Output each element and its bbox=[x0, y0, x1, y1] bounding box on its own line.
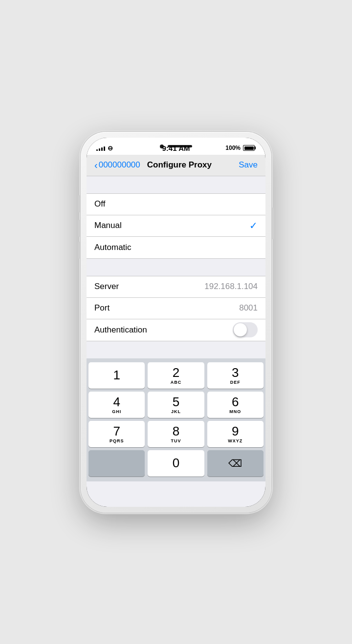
proxy-off-label: Off bbox=[94, 199, 258, 209]
back-chevron-icon: ‹ bbox=[94, 160, 98, 170]
status-left: ⊖ bbox=[96, 145, 113, 152]
key-3-letters: DEF bbox=[230, 380, 241, 385]
key-6-letters: MNO bbox=[229, 409, 241, 414]
key-5-letters: JKL bbox=[171, 409, 181, 414]
battery-percent: 100% bbox=[225, 145, 241, 151]
key-0-number: 0 bbox=[173, 456, 179, 470]
key-4[interactable]: 4 GHI bbox=[88, 392, 145, 418]
key-1[interactable]: 1 bbox=[88, 362, 145, 389]
key-9[interactable]: 9 WXYZ bbox=[207, 421, 264, 447]
proxy-off-row[interactable]: Off bbox=[87, 194, 265, 215]
top-spacer bbox=[87, 176, 265, 193]
key-0[interactable]: 0 bbox=[148, 450, 204, 477]
toggle-knob bbox=[234, 323, 247, 336]
authentication-label: Authentication bbox=[94, 325, 233, 335]
key-2[interactable]: 2 ABC bbox=[148, 362, 204, 389]
delete-icon: ⌫ bbox=[228, 457, 242, 469]
key-9-number: 9 bbox=[232, 424, 239, 438]
mid-spacer bbox=[87, 259, 265, 276]
key-4-letters: GHI bbox=[112, 409, 121, 414]
status-bar: ⊖ 9:41 AM 100% bbox=[87, 138, 265, 155]
keyboard-row-bottom: 0 ⌫ bbox=[88, 450, 264, 477]
keyboard-row-1: 1 2 ABC 3 DEF bbox=[88, 362, 264, 389]
battery-icon bbox=[243, 145, 256, 151]
key-5-number: 5 bbox=[173, 395, 179, 409]
key-1-number: 1 bbox=[113, 368, 120, 382]
numeric-keyboard: 1 2 ABC 3 DEF 4 GHI bbox=[87, 358, 265, 481]
key-6-number: 6 bbox=[232, 395, 239, 409]
key-9-letters: WXYZ bbox=[228, 438, 242, 443]
nav-back-label: 000000000 bbox=[99, 160, 140, 170]
proxy-automatic-row[interactable]: Automatic bbox=[87, 237, 265, 258]
key-2-number: 2 bbox=[173, 366, 179, 380]
nav-title: Configure Proxy bbox=[140, 160, 219, 170]
proxy-manual-check: ✓ bbox=[249, 220, 258, 231]
keyboard-row-2: 4 GHI 5 JKL 6 MNO bbox=[88, 392, 264, 418]
server-value[interactable]: 192.168.1.104 bbox=[204, 282, 258, 291]
key-delete[interactable]: ⌫ bbox=[207, 450, 264, 477]
proxy-manual-label: Manual bbox=[94, 221, 249, 230]
phone-frame: ⊖ 9:41 AM 100% ‹ 000000000 bbox=[81, 132, 271, 513]
bottom-spacer bbox=[87, 341, 265, 358]
signal-icon bbox=[96, 145, 105, 151]
key-4-number: 4 bbox=[113, 395, 120, 409]
status-time: 9:41 AM bbox=[162, 144, 190, 152]
port-row: Port 8001 bbox=[87, 298, 265, 319]
key-3-number: 3 bbox=[232, 366, 239, 380]
authentication-row: Authentication bbox=[87, 319, 265, 341]
key-2-letters: ABC bbox=[171, 380, 182, 385]
key-8[interactable]: 8 TUV bbox=[148, 421, 204, 447]
key-6[interactable]: 6 MNO bbox=[207, 392, 264, 418]
key-empty bbox=[88, 450, 145, 477]
status-right: 100% bbox=[225, 145, 256, 151]
nav-bar: ‹ 000000000 Configure Proxy Save bbox=[87, 155, 265, 176]
save-button[interactable]: Save bbox=[219, 160, 258, 170]
server-row: Server 192.168.1.104 bbox=[87, 276, 265, 298]
port-label: Port bbox=[94, 303, 239, 313]
keyboard-row-3: 7 PQRS 8 TUV 9 WXYZ bbox=[88, 421, 264, 447]
key-5[interactable]: 5 JKL bbox=[148, 392, 204, 418]
screen-content: Off Manual ✓ Automatic Server 192.168.1.… bbox=[87, 176, 265, 507]
port-value[interactable]: 8001 bbox=[239, 303, 258, 313]
key-8-number: 8 bbox=[173, 424, 179, 438]
proxy-manual-row[interactable]: Manual ✓ bbox=[87, 215, 265, 237]
key-3[interactable]: 3 DEF bbox=[207, 362, 264, 389]
nav-back-button[interactable]: ‹ 000000000 bbox=[94, 160, 140, 170]
key-7-letters: PQRS bbox=[110, 438, 124, 443]
phone-screen: ⊖ 9:41 AM 100% ‹ 000000000 bbox=[87, 138, 265, 507]
proxy-mode-group: Off Manual ✓ Automatic bbox=[87, 193, 265, 259]
wifi-icon: ⊖ bbox=[108, 145, 113, 152]
manual-settings-group: Server 192.168.1.104 Port 8001 Authentic… bbox=[87, 276, 265, 341]
server-label: Server bbox=[94, 282, 204, 291]
proxy-automatic-label: Automatic bbox=[94, 243, 258, 252]
key-7-number: 7 bbox=[113, 424, 120, 438]
key-7[interactable]: 7 PQRS bbox=[88, 421, 145, 447]
authentication-toggle[interactable] bbox=[233, 322, 258, 337]
key-8-letters: TUV bbox=[171, 438, 181, 443]
